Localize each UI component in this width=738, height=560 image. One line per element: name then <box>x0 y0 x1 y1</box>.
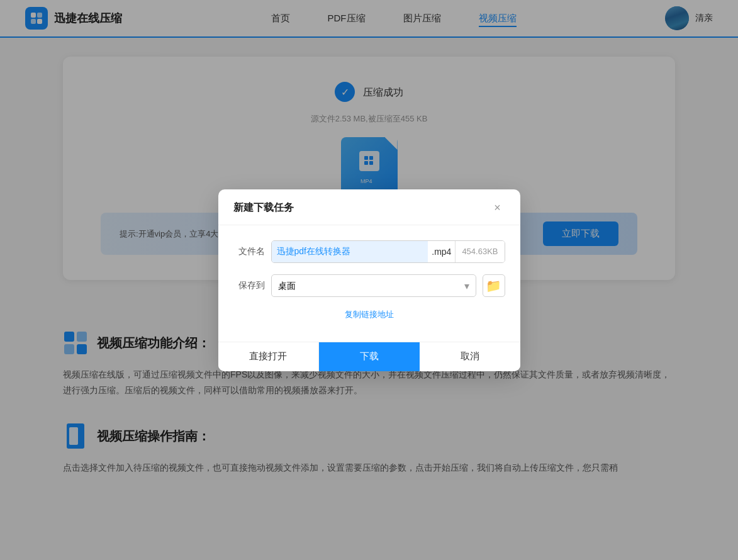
filename-label: 文件名 <box>233 246 265 257</box>
filename-row: 文件名 迅捷pdf在线转换器 .mp4 454.63KB <box>233 240 505 263</box>
copy-link-button[interactable]: 复制链接地址 <box>345 310 394 319</box>
filename-input-wrap: 迅捷pdf在线转换器 .mp4 454.63KB <box>271 240 505 263</box>
open-directly-button[interactable]: 直接打开 <box>218 342 320 371</box>
filename-value: 迅捷pdf在线转换器 <box>272 240 428 263</box>
save-label: 保存到 <box>233 280 265 291</box>
modal-overlay: 新建下载任务 × 文件名 迅捷pdf在线转换器 .mp4 454.63KB 保存… <box>0 0 738 560</box>
modal-header: 新建下载任务 × <box>218 189 520 225</box>
save-location-row: 保存到 桌面 ▾ 📁 <box>233 274 505 297</box>
modal-title: 新建下载任务 <box>233 201 294 215</box>
filesize-label: 454.63KB <box>455 240 504 263</box>
modal-body: 文件名 迅捷pdf在线转换器 .mp4 454.63KB 保存到 桌面 ▾ 📁 <box>218 225 520 342</box>
modal-download-button[interactable]: 下载 <box>319 342 420 371</box>
filename-ext: .mp4 <box>428 240 455 263</box>
modal-close-button[interactable]: × <box>490 201 505 216</box>
browse-folder-button[interactable]: 📁 <box>483 274 505 297</box>
copy-link-area: 复制链接地址 <box>233 308 505 320</box>
download-modal: 新建下载任务 × 文件名 迅捷pdf在线转换器 .mp4 454.63KB 保存… <box>218 189 520 371</box>
modal-cancel-button[interactable]: 取消 <box>420 342 520 371</box>
modal-footer: 直接打开 下载 取消 <box>218 342 520 371</box>
folder-icon: 📁 <box>486 278 501 293</box>
save-select-wrap[interactable]: 桌面 ▾ <box>271 274 476 297</box>
save-select[interactable]: 桌面 <box>272 274 476 297</box>
